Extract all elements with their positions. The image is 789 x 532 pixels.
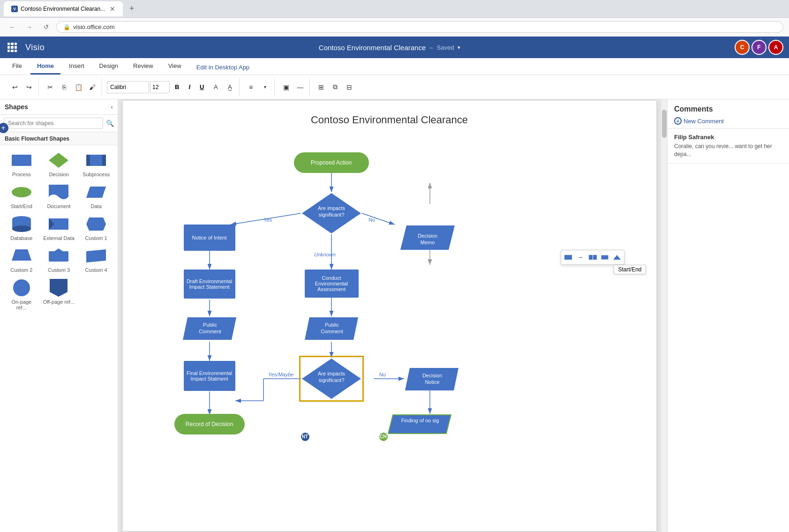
node-final-eis[interactable]: Final Environmental Impact Statment bbox=[184, 361, 235, 391]
shape-process[interactable]: Process bbox=[4, 149, 39, 179]
node-decision-notice[interactable]: Decision Notice bbox=[404, 367, 459, 391]
shape-database[interactable]: Database bbox=[4, 213, 39, 243]
shape-extdata[interactable]: External Data bbox=[41, 213, 77, 243]
browser-tab[interactable]: V Contoso Environmental Clearan... ✕ bbox=[4, 1, 123, 16]
tab-insert[interactable]: Insert bbox=[62, 59, 91, 75]
svg-marker-67 bbox=[613, 255, 621, 260]
scrollbar-thumb[interactable] bbox=[662, 110, 667, 138]
avatar-1[interactable]: C bbox=[735, 40, 750, 55]
tab-design[interactable]: Design bbox=[93, 59, 125, 75]
forward-button[interactable]: → bbox=[23, 21, 36, 34]
format-painter-button[interactable]: 🖌 bbox=[86, 81, 99, 94]
fill-button[interactable]: ▣ bbox=[279, 81, 293, 94]
svg-text:Yes: Yes bbox=[263, 217, 272, 223]
svg-marker-12 bbox=[86, 217, 106, 231]
address-bar[interactable]: 🔒 visio.office.com bbox=[56, 21, 783, 33]
node-proposed-action[interactable]: Proposed Action bbox=[294, 152, 369, 173]
toolbar-btn-2[interactable]: → bbox=[575, 252, 586, 263]
font-name-input[interactable] bbox=[107, 81, 149, 93]
nt-badge: NT bbox=[300, 432, 310, 442]
svg-point-5 bbox=[12, 187, 31, 197]
document-title: Contoso Environmental Clearance bbox=[319, 44, 426, 52]
ribbon-tools-group: ⊞ ⧉ ⊟ bbox=[312, 78, 359, 97]
node-notice-of-intent[interactable]: Notice of Intent bbox=[184, 225, 235, 251]
node-are-impacts-2[interactable]: Are impacts significant? bbox=[301, 358, 362, 400]
shape-document[interactable]: Document bbox=[41, 181, 77, 211]
paste-button[interactable]: 📋 bbox=[72, 81, 85, 94]
node-public-comment-2[interactable]: Public Comment bbox=[304, 316, 359, 341]
node-decision-memo[interactable]: Decision Memo bbox=[399, 225, 456, 251]
copy-button[interactable]: ⎘ bbox=[58, 81, 71, 94]
underline-button[interactable]: U bbox=[195, 81, 208, 93]
node-are-impacts-1[interactable]: Are impacts significant? bbox=[301, 192, 362, 234]
new-tab-button[interactable]: + bbox=[126, 3, 138, 15]
tab-view[interactable]: View bbox=[162, 59, 188, 75]
shape-offpage[interactable]: Off-page ref... bbox=[41, 277, 77, 312]
line-button[interactable]: — bbox=[293, 81, 307, 94]
search-icon[interactable]: 🔍 bbox=[106, 120, 114, 127]
tab-home[interactable]: Home bbox=[30, 59, 60, 75]
vertical-scrollbar[interactable] bbox=[661, 99, 667, 532]
text-highlight-button[interactable]: A̲ bbox=[223, 81, 236, 94]
toolbar-btn-4[interactable] bbox=[599, 252, 610, 263]
font-color-button[interactable]: A bbox=[209, 81, 222, 94]
toolbar-btn-1[interactable] bbox=[563, 252, 574, 263]
comments-header: Comments + New Comment bbox=[668, 99, 789, 129]
avatar-3[interactable]: A bbox=[768, 40, 783, 55]
shape-startend[interactable]: Start/End bbox=[4, 181, 39, 211]
refresh-button[interactable]: ↺ bbox=[39, 21, 53, 34]
svg-text:Public: Public bbox=[325, 322, 339, 328]
undo-button[interactable]: ↩ bbox=[8, 81, 22, 94]
shape-custom3[interactable]: Custom 3 bbox=[41, 245, 77, 275]
cut-button[interactable]: ✂ bbox=[44, 81, 57, 94]
edit-desktop-button[interactable]: Edit in Desktop App bbox=[190, 60, 256, 75]
svg-rect-63 bbox=[564, 255, 572, 260]
waffle-menu-button[interactable] bbox=[6, 41, 19, 54]
svg-rect-65 bbox=[593, 255, 597, 260]
search-input[interactable] bbox=[4, 118, 103, 129]
flowchart-svg: Yes No Unknown Yes/Maybe No bbox=[123, 101, 656, 531]
bold-button[interactable]: B bbox=[171, 81, 183, 93]
avatar-2[interactable]: F bbox=[751, 40, 766, 55]
shapes-category-title: Basic Flowchart Shapes bbox=[5, 135, 69, 142]
svg-text:Decision: Decision bbox=[417, 233, 437, 239]
canvas-area[interactable]: Contoso Environmental Clearance bbox=[118, 99, 661, 532]
shape-data[interactable]: Data bbox=[78, 181, 114, 211]
node-public-comment-1[interactable]: Public Comment bbox=[182, 316, 237, 341]
shapes-collapse-icon[interactable]: ‹ bbox=[111, 103, 113, 111]
align-button[interactable]: ≡ bbox=[244, 81, 257, 94]
toolbar-btn-3[interactable] bbox=[587, 252, 598, 263]
node-finding-no-sig[interactable]: Finding of no sig bbox=[387, 414, 452, 435]
arrange-button[interactable]: ⊞ bbox=[315, 81, 328, 94]
toolbar-btn-5[interactable] bbox=[611, 252, 623, 263]
svg-line-22 bbox=[231, 213, 301, 225]
redo-button[interactable]: ↪ bbox=[23, 81, 36, 94]
tab-close-icon[interactable]: ✕ bbox=[110, 5, 115, 13]
group-button[interactable]: ⧉ bbox=[329, 81, 342, 94]
shape-custom4[interactable]: Custom 4 bbox=[78, 245, 114, 275]
node-draft-eis[interactable]: Draft Environmental Impact Statement bbox=[184, 270, 235, 299]
tab-review[interactable]: Review bbox=[127, 59, 160, 75]
shape-toolbar[interactable]: → bbox=[561, 250, 624, 265]
shape-custom2[interactable]: Custom 2 bbox=[4, 245, 39, 275]
app-name: Visio bbox=[25, 43, 45, 52]
node-record-of-decision[interactable]: Record of Decision bbox=[174, 414, 245, 435]
shape-onpage[interactable]: On-page ref... bbox=[4, 277, 39, 312]
align-chevron[interactable]: ▾ bbox=[258, 81, 271, 94]
font-size-input[interactable] bbox=[150, 81, 170, 93]
comment-author: Filip Safranek bbox=[674, 134, 782, 141]
title-chevron-icon[interactable]: ▾ bbox=[458, 45, 460, 51]
svg-marker-13 bbox=[12, 249, 31, 261]
italic-button[interactable]: I bbox=[184, 81, 195, 93]
shape-custom1[interactable]: Custom 1 bbox=[78, 213, 114, 243]
diagram-container[interactable]: Contoso Environmental Clearance bbox=[122, 100, 657, 532]
new-comment-button[interactable]: + New Comment bbox=[674, 117, 782, 125]
comment-item: Filip Safranek Coralie, can you revie...… bbox=[668, 129, 789, 164]
container-button[interactable]: ⊟ bbox=[343, 81, 356, 94]
node-conduct-ea[interactable]: Conduct Environmental Assessment bbox=[305, 270, 359, 298]
back-button[interactable]: ← bbox=[6, 21, 19, 34]
main-layout: + Shapes ‹ 🔍 Basic Flowchart Shapes Proc… bbox=[0, 99, 789, 532]
shape-subprocess[interactable]: Subprocess bbox=[78, 149, 114, 179]
tab-file[interactable]: File bbox=[6, 59, 29, 75]
shape-decision[interactable]: Decision bbox=[41, 149, 77, 179]
